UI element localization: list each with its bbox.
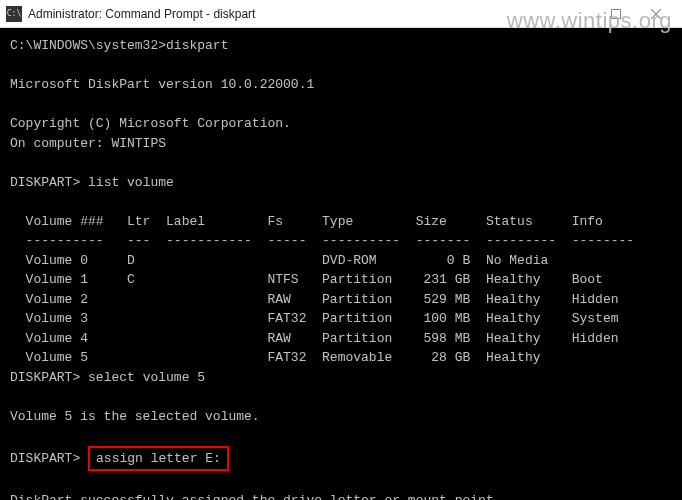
selected-message: Volume 5 is the selected volume. [10,409,260,424]
table-header-row: Volume ### Ltr Label Fs Type Size Status… [10,214,634,229]
diskpart-prompt-select: DISKPART> select volume 5 [10,370,205,385]
diskpart-prompt: DISKPART> list volume [10,175,174,190]
watermark-text: www.wintips.org [507,8,672,34]
cmd-icon: C:\ [6,6,22,22]
assign-message: DiskPart successfully assigned the drive… [10,493,501,501]
copyright-line: Copyright (C) Microsoft Corporation. [10,116,291,131]
diskpart-prompt-assign: DISKPART> assign letter E: [10,451,229,466]
terminal-output[interactable]: C:\WINDOWS\system32>diskpart Microsoft D… [0,28,682,500]
highlighted-command: assign letter E: [88,446,229,472]
table-separator-row: ---------- --- ----------- ----- -------… [10,233,634,248]
version-line: Microsoft DiskPart version 10.0.22000.1 [10,77,314,92]
computer-line: On computer: WINTIPS [10,136,166,151]
table-body: Volume 0 D DVD-ROM 0 B No Media Volume 1… [10,253,634,366]
prompt-line: C:\WINDOWS\system32>diskpart [10,38,228,53]
